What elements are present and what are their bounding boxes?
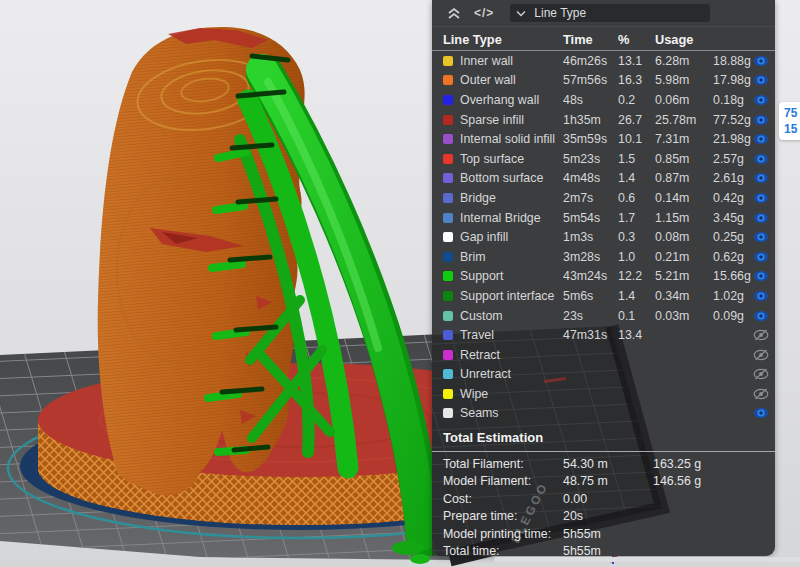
view-mode-dropdown[interactable]: Line Type (510, 4, 710, 22)
totals-divider (432, 451, 775, 452)
length-value: 1.15m (655, 211, 713, 225)
totals-row: Total Filament:54.30 m163.25 g (432, 455, 775, 472)
line-type-color-swatch (443, 369, 453, 379)
visibility-on-button[interactable] (753, 288, 773, 304)
totals-row: Cost:0.00 (432, 490, 775, 507)
visibility-on-button[interactable] (753, 268, 773, 284)
line-type-color-swatch (443, 193, 453, 203)
totals-label: Model printing time: (443, 527, 563, 541)
percent-value: 16.3 (618, 73, 655, 87)
visibility-off-button[interactable] (753, 347, 773, 363)
layer-range-bottom: 15 (784, 121, 800, 137)
totals-label: Total time: (443, 544, 563, 558)
legend-row: Internal Bridge5m54s1.71.15m3.45g (432, 208, 775, 228)
line-type-label: Seams (460, 406, 563, 420)
legend-rows: Inner wall46m26s13.16.28m18.88gOuter wal… (432, 51, 775, 423)
time-value: 43m24s (563, 269, 618, 283)
bottom-panel-edge (494, 557, 800, 562)
collapse-panel-button[interactable] (440, 2, 468, 24)
totals-row: Model printing time:5h55m (432, 525, 775, 542)
time-value: 4m48s (563, 171, 618, 185)
line-type-color-swatch (443, 134, 453, 144)
time-value: 57m56s (563, 73, 618, 87)
visibility-on-button[interactable] (753, 190, 773, 206)
weight-value: 77.52g (713, 113, 753, 127)
percent-value: 1.4 (618, 289, 655, 303)
line-type-color-swatch (443, 213, 453, 223)
visibility-on-button[interactable] (753, 249, 773, 265)
percent-value: 0.3 (618, 230, 655, 244)
line-type-color-swatch (443, 350, 453, 360)
layer-range-top: 75 (784, 105, 800, 121)
weight-value: 2.57g (713, 152, 753, 166)
line-type-color-swatch (443, 115, 453, 125)
totals-value-1: 20s (563, 509, 653, 523)
line-type-label: Brim (460, 250, 563, 264)
totals-label: Model Filament: (443, 474, 563, 488)
col-time: Time (563, 32, 618, 47)
visibility-on-button[interactable] (753, 405, 773, 421)
visibility-off-button[interactable] (753, 386, 773, 402)
legend-row: Retract (432, 345, 775, 365)
legend-row: Custom23s0.10.03m0.09g (432, 306, 775, 326)
totals-rows: Total Filament:54.30 m163.25 gModel Fila… (432, 455, 775, 559)
legend-row: Gap infill1m3s0.30.08m0.25g (432, 227, 775, 247)
visibility-on-button[interactable] (753, 170, 773, 186)
length-value: 7.31m (655, 132, 713, 146)
legend-row: Internal solid infill35m59s10.17.31m21.9… (432, 129, 775, 149)
visibility-on-button[interactable] (753, 229, 773, 245)
legend-row: Bridge2m7s0.60.14m0.42g (432, 188, 775, 208)
visibility-on-button[interactable] (753, 112, 773, 128)
percent-value: 0.1 (618, 309, 655, 323)
visibility-on-button[interactable] (753, 308, 773, 324)
weight-value: 0.42g (713, 191, 753, 205)
legend-row: Outer wall57m56s16.35.98m17.98g (432, 71, 775, 91)
line-type-color-swatch (443, 75, 453, 85)
visibility-on-button[interactable] (753, 210, 773, 226)
visibility-off-button[interactable] (753, 366, 773, 382)
line-type-label: Wipe (460, 387, 563, 401)
totals-row: Model Filament:48.75 m146.56 g (432, 473, 775, 490)
totals-value-1: 54.30 m (563, 457, 653, 471)
line-type-label: Top surface (460, 152, 563, 166)
code-icon: </> (474, 6, 494, 20)
length-value: 0.34m (655, 289, 713, 303)
col-line-type: Line Type (443, 32, 563, 47)
legend-header: Line Type Time % Usage (432, 28, 775, 51)
time-value: 5m23s (563, 152, 618, 166)
gcode-view-button[interactable]: </> (468, 2, 500, 24)
length-value: 0.06m (655, 93, 713, 107)
line-type-color-swatch (443, 330, 453, 340)
layer-range-tooltip: 75 15 (779, 102, 800, 140)
percent-value: 13.1 (618, 54, 655, 68)
percent-value: 1.5 (618, 152, 655, 166)
line-type-label: Support interface (460, 289, 563, 303)
line-type-color-swatch (443, 56, 453, 66)
totals-row: Prepare time:20s (432, 507, 775, 524)
length-value: 5.98m (655, 73, 713, 87)
visibility-on-button[interactable] (753, 72, 773, 88)
weight-value: 0.62g (713, 250, 753, 264)
line-type-label: Overhang wall (460, 93, 563, 107)
time-value: 48s (563, 93, 618, 107)
line-type-color-swatch (443, 389, 453, 399)
totals-label: Total Filament: (443, 457, 563, 471)
line-type-color-swatch (443, 271, 453, 281)
visibility-on-button[interactable] (753, 53, 773, 69)
visibility-off-button[interactable] (753, 327, 773, 343)
weight-value: 1.02g (713, 289, 753, 303)
time-value: 35m59s (563, 132, 618, 146)
visibility-on-button[interactable] (753, 151, 773, 167)
visibility-on-button[interactable] (753, 92, 773, 108)
line-type-label: Bridge (460, 191, 563, 205)
visibility-on-button[interactable] (753, 131, 773, 147)
legend-row: Top surface5m23s1.50.85m2.57g (432, 149, 775, 169)
line-type-label: Custom (460, 309, 563, 323)
line-type-color-swatch (443, 154, 453, 164)
totals-value-2: 163.25 g (653, 457, 701, 471)
weight-value: 2.61g (713, 171, 753, 185)
legend-row: Support interface5m6s1.40.34m1.02g (432, 286, 775, 306)
length-value: 0.21m (655, 250, 713, 264)
time-value: 46m26s (563, 54, 618, 68)
percent-value: 1.7 (618, 211, 655, 225)
